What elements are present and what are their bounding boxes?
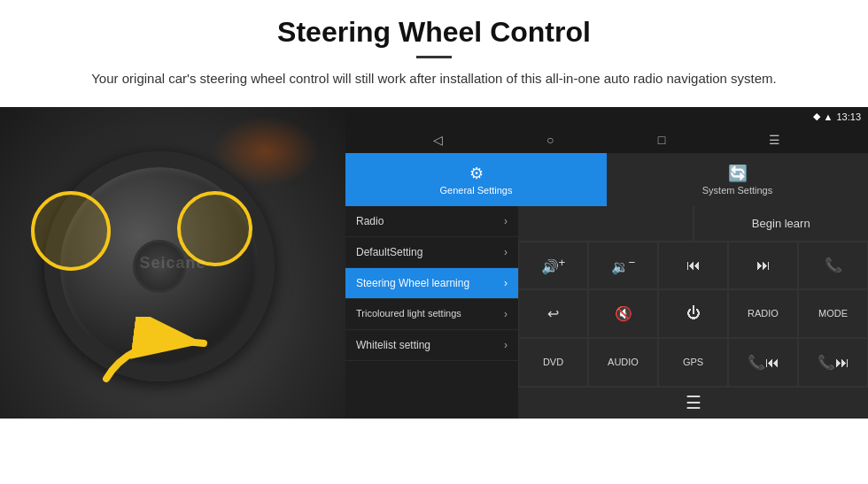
mute-button[interactable]: 🔇 [588,289,658,338]
prev-track-icon: ⏮ [686,257,701,273]
radio-label: RADIO [748,308,779,319]
tab-bar: ⚙ General Settings 🔄 System Settings [345,153,868,206]
tab-system-label: System Settings [702,185,772,196]
menu-item-steering[interactable]: Steering Wheel learning › [345,268,518,299]
radio-btn[interactable]: RADIO [728,289,798,338]
gps-button[interactable]: GPS [658,338,728,387]
menu-icon[interactable]: ☰ [769,133,780,147]
next-track-icon: ⏭ [756,257,771,273]
power-button[interactable]: ⏻ [658,289,728,338]
prev-track-button[interactable]: ⏮ [658,242,728,290]
control-grid: 🔊+ 🔉− ⏮ ⏭ 📞 ↩ [518,242,868,387]
dvd-label: DVD [543,357,563,367]
mode-label: MODE [818,308,848,319]
vol-down-button[interactable]: 🔉− [588,242,658,290]
begin-learn-button[interactable]: Begin learn [694,206,869,241]
page-subtitle: Your original car's steering wheel contr… [80,69,788,89]
phone-icon: 📞 [825,257,842,273]
list-icon: ☰ [686,392,701,413]
bottom-icon-bar: ☰ [518,387,868,419]
menu-item-radio[interactable]: Radio › [345,206,518,237]
audio-label: AUDIO [608,357,639,367]
page-title: Steering Wheel Control [53,16,815,49]
tel-prev-button[interactable]: 📞⏮ [728,338,798,387]
dvd-button[interactable]: DVD [518,338,588,387]
tel-next-icon: 📞⏭ [818,354,849,371]
volume-down-icon: 🔉− [611,256,636,275]
hang-up-icon: ↩ [547,305,559,322]
empty-cell [518,206,694,241]
hang-up-button[interactable]: ↩ [518,289,588,338]
watermark: Seicane [139,253,205,272]
general-settings-icon: ⚙ [469,164,484,183]
next-track-button[interactable]: ⏭ [728,242,798,290]
location-icon: ◆ [813,111,820,122]
time-display: 13:13 [836,111,861,122]
arrow-icon [97,317,213,396]
tel-next-button[interactable]: 📞⏭ [798,338,868,387]
menu-item-whitelist[interactable]: Whitelist setting › [345,330,518,361]
home-icon[interactable]: ○ [546,133,554,147]
menu-list: Radio › DefaultSetting › Steering Wheel … [345,206,518,419]
status-icons: ◆ ▲ 13:13 [813,111,861,122]
callout-left [31,191,111,271]
back-icon[interactable]: ◁ [433,133,443,147]
audio-button[interactable]: AUDIO [588,338,658,387]
tel-prev-icon: 📞⏮ [748,354,779,371]
nav-bar: ◁ ○ □ ☰ [345,127,868,153]
menu-item-default[interactable]: DefaultSetting › [345,237,518,268]
chevron-right-icon: › [504,308,508,320]
main-content: Seicane ◆ ▲ 13:13 ◁ ○ □ ☰ ⚙ General Sett… [0,107,868,419]
page-header: Steering Wheel Control Your original car… [0,0,868,98]
gps-label: GPS [683,357,703,367]
signal-icon: ▲ [824,111,833,122]
menu-item-tricoloured[interactable]: Tricoloured light settings › [345,299,518,330]
system-settings-icon: 🔄 [728,164,748,183]
recents-icon[interactable]: □ [658,133,665,147]
title-divider [416,56,452,58]
volume-up-icon: 🔊+ [541,256,566,275]
chevron-right-icon: › [504,339,508,351]
vol-up-button[interactable]: 🔊+ [518,242,588,290]
tab-general-label: General Settings [440,185,513,196]
phone-button[interactable]: 📞 [798,242,868,290]
car-image-area: Seicane [0,107,345,419]
chevron-right-icon: › [504,277,508,289]
chevron-right-icon: › [504,215,508,227]
mute-icon: 🔇 [615,305,632,322]
control-area: Begin learn 🔊+ 🔉− ⏮ ⏭ [518,206,868,419]
control-top-row: Begin learn [518,206,868,242]
mode-button[interactable]: MODE [798,289,868,338]
tab-general[interactable]: ⚙ General Settings [345,153,607,206]
power-icon: ⏻ [686,305,701,321]
menu-and-controls: Radio › DefaultSetting › Steering Wheel … [345,206,868,419]
chevron-right-icon: › [504,246,508,258]
android-panel: ◆ ▲ 13:13 ◁ ○ □ ☰ ⚙ General Settings 🔄 S… [345,107,868,419]
tab-system[interactable]: 🔄 System Settings [607,153,868,206]
status-bar: ◆ ▲ 13:13 [345,107,868,127]
